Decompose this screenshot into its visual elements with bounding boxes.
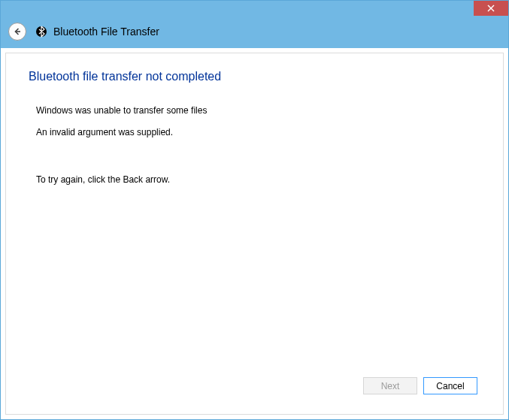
next-button: Next	[363, 377, 417, 394]
message-primary: Windows was unable to transfer some file…	[36, 104, 480, 117]
bluetooth-icon	[35, 26, 47, 38]
cancel-button[interactable]: Cancel	[423, 377, 477, 394]
content-panel: Bluetooth file transfer not completed Wi…	[5, 53, 504, 415]
content-wrap: Bluetooth file transfer not completed Wi…	[1, 48, 508, 419]
window-title: Bluetooth File Transfer	[53, 26, 159, 38]
close-icon	[487, 5, 495, 12]
message-error: An invalid argument was supplied.	[36, 126, 480, 139]
dialog-window: Bluetooth File Transfer Bluetooth file t…	[0, 0, 509, 420]
button-row: Next Cancel	[29, 373, 480, 397]
titlebar: Bluetooth File Transfer	[1, 1, 508, 48]
back-arrow-icon	[12, 26, 23, 37]
close-button[interactable]	[474, 1, 508, 16]
message-hint: To try again, click the Back arrow.	[36, 174, 480, 186]
back-button[interactable]	[8, 23, 26, 41]
page-heading: Bluetooth file transfer not completed	[29, 70, 480, 83]
